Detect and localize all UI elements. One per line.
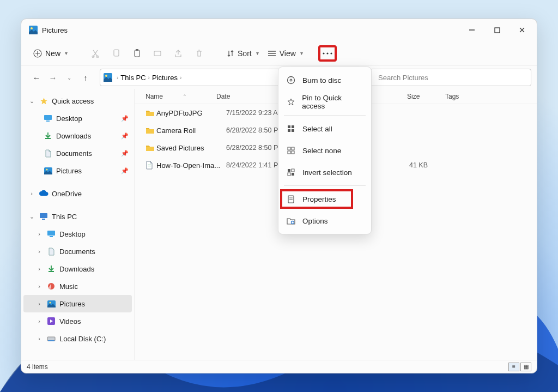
chevron-right-icon: › [35,248,43,255]
up-button[interactable]: ↑ [78,70,93,85]
paste-button[interactable] [128,44,146,63]
new-label: New [45,49,60,58]
svg-rect-38 [148,166,151,166]
folder-icon [145,109,156,117]
view-icon [268,50,276,57]
svg-rect-14 [154,51,161,56]
icons-view-button[interactable]: ▦ [520,363,531,371]
sidebar-item-videos[interactable]: › Videos [21,312,134,330]
crumb-sep-icon: › [147,75,151,81]
svg-rect-42 [292,125,294,128]
label: Select none [302,147,341,155]
menu-invert-selection[interactable]: Invert selection [278,161,371,183]
svg-rect-49 [288,169,290,172]
sidebar-item-desktop[interactable]: Desktop 📌 [21,110,134,127]
svg-rect-29 [47,231,55,236]
chevron-right-icon: › [35,318,43,324]
label: Invert selection [302,168,352,177]
sidebar-item-desktop[interactable]: › Desktop [21,225,134,243]
file-name: How-To-Open-Ima... [156,161,226,170]
chevron-right-icon: › [35,231,43,237]
svg-point-31 [48,283,54,290]
svg-point-19 [326,52,328,54]
cut-button[interactable] [86,44,105,63]
minimize-button[interactable] [459,21,484,39]
pin-icon: 📌 [121,150,129,157]
svg-rect-50 [292,169,294,172]
svg-rect-44 [292,129,294,132]
rename-button[interactable] [148,44,167,63]
svg-rect-35 [47,337,55,341]
sidebar-item-pictures[interactable]: Pictures 📌 [21,162,134,179]
svg-rect-52 [292,173,294,176]
search-placeholder: Search Pictures [378,74,428,82]
column-name[interactable]: Name⌃ [145,93,216,100]
sidebar-item-documents[interactable]: Documents 📌 [21,144,134,162]
sidebar-item-pictures[interactable]: › Pictures [23,295,132,312]
crumb-sep-icon: › [179,75,183,81]
more-button[interactable] [318,45,337,62]
svg-point-26 [46,168,47,170]
menu-properties[interactable]: Properties [278,188,371,210]
view-button[interactable]: View ▾ [264,47,306,60]
forward-button[interactable]: → [45,70,60,85]
sidebar-item-local-disk[interactable]: › Local Disk (C:) [21,330,134,347]
svg-rect-24 [46,120,50,122]
svg-point-18 [323,52,324,54]
chevron-down-icon: ⌄ [28,213,35,220]
downloads-icon [43,132,53,140]
menu-pin-quick-access[interactable]: Pin to Quick access [278,91,371,113]
file-name: Saved Pictures [156,144,226,152]
separator [284,115,366,116]
recent-dropdown[interactable]: ⌄ [62,70,77,85]
view-toggle: ≡ ▦ [508,363,531,371]
ellipsis-icon [323,52,332,55]
sidebar-item-documents[interactable]: › Documents [21,243,134,260]
label: Downloads [56,132,91,140]
column-tags[interactable]: Tags [445,93,478,100]
sidebar-this-pc[interactable]: ⌄ This PC [21,208,134,225]
svg-rect-47 [288,151,290,154]
menu-burn-to-disc[interactable]: Burn to disc [278,69,371,91]
copy-button[interactable] [107,44,125,63]
label: Properties [302,195,336,203]
delete-button[interactable] [190,44,208,63]
chevron-right-icon: › [35,300,43,307]
label: Quick access [52,97,94,105]
maximize-button[interactable] [484,21,510,39]
svg-rect-11 [114,50,119,56]
search-input[interactable]: Search Pictures [370,69,531,86]
sidebar-item-music[interactable]: › Music [21,278,134,295]
new-button[interactable]: New ▾ [29,47,72,60]
downloads-icon [46,265,56,273]
label: Burn to disc [302,76,341,85]
menu-options[interactable]: Options [278,210,371,232]
properties-icon [286,195,296,203]
window-title: Pictures [42,26,68,34]
chevron-right-icon: › [35,335,43,342]
sidebar-item-downloads[interactable]: › Downloads [21,260,134,278]
sort-button[interactable]: Sort ▾ [223,47,262,60]
share-button[interactable] [169,44,187,63]
back-button[interactable]: ← [29,70,44,85]
details-view-button[interactable]: ≡ [508,363,519,371]
sidebar-quick-access[interactable]: ⌄ Quick access [21,92,134,110]
chevron-down-icon: ▾ [256,50,259,56]
pictures-icon [46,300,56,307]
sidebar-onedrive[interactable]: › OneDrive [21,185,134,202]
label: Local Disk (C:) [59,335,106,343]
breadcrumb-root[interactable]: This PC [119,74,147,82]
svg-rect-3 [495,28,500,33]
label: Documents [56,149,92,158]
close-button[interactable] [510,21,535,39]
column-size[interactable]: Size [407,93,445,100]
star-icon [39,97,48,105]
svg-rect-12 [135,50,140,57]
menu-select-none[interactable]: Select none [278,140,371,161]
breadcrumb-current[interactable]: Pictures [151,74,179,82]
view-label: View [280,49,296,58]
pictures-icon [43,167,53,174]
menu-select-all[interactable]: Select all [278,118,371,140]
label: Desktop [56,114,82,123]
sidebar-item-downloads[interactable]: Downloads 📌 [21,127,134,144]
